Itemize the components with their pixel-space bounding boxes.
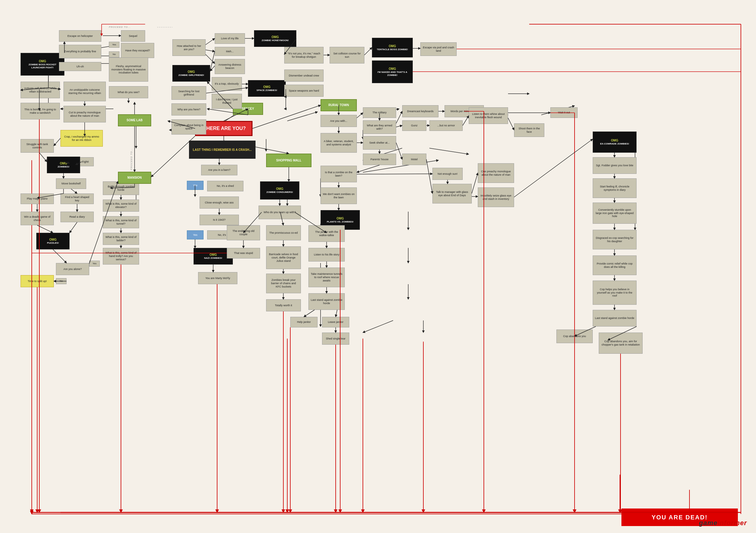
wait-it-out: Wait it out	[550, 107, 578, 118]
last-stand-janitor: Last stand against zombie horde	[309, 293, 345, 310]
answering-distress: Answering distress beacon	[215, 59, 245, 74]
logo: gameinformer	[699, 519, 747, 527]
cop-abandons: Cop abandons you	[556, 330, 593, 343]
provide-comic: Provide comic relief while cop does all …	[593, 255, 636, 275]
its-a-trap: It's a trap, obviously	[212, 77, 242, 91]
guns: Gunz	[402, 120, 426, 131]
its-not-you: "It's not you, it's me," reach for break…	[284, 47, 324, 64]
omg-honeymoon: OMG ZOMBIE HONEYMOON!	[254, 30, 296, 47]
dismember-undead: Dismember undead crew	[284, 69, 324, 82]
cut-to-preachy: Cut to preachy monologue about the natur…	[64, 106, 106, 122]
love-of-life: Love of my life	[215, 33, 245, 44]
svg-line-142	[71, 189, 77, 194]
svg-line-54	[206, 39, 215, 45]
we-dont-want: We don't want zombies on the lawn	[321, 187, 357, 204]
is-zombie-lawn: Is that a zombie on the lawn?	[321, 166, 357, 182]
svg-line-72	[357, 113, 363, 118]
no-shed: No, it's a shed	[207, 181, 243, 191]
svg-line-97	[514, 139, 593, 197]
start-feeling-ill: Start feeling ill, chronicle symptoms in…	[593, 178, 636, 198]
play-magic-piano: Play magic piano	[20, 194, 54, 204]
svg-line-164	[151, 136, 195, 177]
what-ladder: What is this, some kind of ladder?	[103, 233, 139, 245]
svg-line-89	[357, 165, 380, 172]
cop-helps: Cop helps you believe in yourself as you…	[593, 280, 636, 305]
svg-line-58	[210, 51, 215, 71]
what-armed: What are they armed with?	[363, 120, 396, 134]
take-maintenance: Take maintenence tunnels to roof where r…	[309, 268, 345, 287]
who-team-up: Who do you team up with?	[258, 205, 301, 219]
svg-line-56	[206, 54, 215, 64]
last-stand-zombie2: Last stand against zombie horde	[593, 310, 636, 327]
you-are-marty: You are Marty McFly	[198, 272, 237, 284]
disgraced-excop: Disgraced ex-cop searching for his daugh…	[593, 230, 636, 250]
close-enough: Close enough, wise ass	[200, 197, 239, 209]
complain-space: Complain about being in space	[172, 120, 206, 135]
no1: No	[109, 51, 120, 57]
unskippable-cutscene: An unskippable cutscene starring the rec…	[64, 82, 106, 101]
shed-single-tear: Shed single tear	[322, 333, 349, 345]
conveniently-stumble: Conveniently stumble upon large iron gat…	[593, 202, 636, 224]
everything-fine: Everything is probably fine	[59, 45, 101, 58]
svg-line-74	[396, 111, 402, 123]
omg-space-zombies: OMG SPACE ZOMBIES!	[248, 80, 286, 97]
yes-alone: Yes	[89, 261, 100, 267]
fleshy-monsters: Fleshy, asymmetrical monsters floating i…	[109, 57, 148, 82]
win-chess: Win a deadly game of chess	[20, 212, 54, 225]
yes1: Yes	[109, 42, 120, 48]
svg-line-114	[336, 310, 337, 317]
are-you-alone: Are you alone?	[56, 263, 89, 275]
but-no-armor: ...but no armor	[429, 120, 463, 131]
yes-barn: Yes	[187, 181, 203, 190]
svg-line-79	[508, 118, 514, 130]
move-bookshelf: Move bookshelf	[56, 178, 86, 189]
yes-1943: Yes	[187, 230, 203, 239]
sequel: Sequel	[121, 30, 145, 42]
svg-line-15	[287, 112, 317, 121]
set-collision: Set collision course for sun	[330, 47, 364, 64]
time-to-split: Time to split up!	[20, 275, 54, 287]
omg-consumers: OMG ZOMBIE CONSUMERS!	[260, 181, 299, 200]
omg-puzzles: OMG PUZZLES!	[36, 233, 69, 250]
leave-janitor: Leave janitor	[322, 317, 349, 328]
dreamcast: Dreamcast keyboards	[402, 105, 439, 117]
why-are-you: Why are you here?	[172, 103, 206, 116]
is-it-1943: Is it 1943?	[200, 215, 239, 225]
what-do-you-see: What do you see?	[109, 86, 148, 98]
barricade-selves: Barricade selves in food court, defile O…	[266, 246, 301, 269]
listen-life-story: Listen to his life story	[309, 248, 345, 261]
some-lab: SOME LAB	[118, 114, 151, 126]
i-dont-know: I don't know, I just thawed	[212, 94, 242, 109]
no-alone: No	[56, 278, 67, 284]
that-was-stupid: That was stupid	[227, 248, 260, 258]
omg-naked: OMG I'M NAKED AND THAT'S A ZOMBIE!	[372, 61, 413, 83]
are-you-in-barn: Are you in a barn?	[201, 165, 237, 175]
help-janitor: Help janitor	[290, 317, 317, 328]
proceed-to-label-top: PROCEED TO...	[109, 26, 131, 28]
what-hand-trolly: What is this, some kind of hand trolly? …	[103, 248, 139, 265]
struggle-tank: Struggle with tank controls	[20, 139, 54, 153]
omg-girlfriend: OMG ZOMBIE GIRLFRIEND!	[172, 65, 210, 82]
cop-abandons-tank: Cop abandons you, aim for chopper's gas …	[599, 333, 643, 354]
parents-house: Parents' house	[363, 154, 396, 165]
totally-worth-it: Totally worth it	[266, 299, 301, 311]
omg-zombies: OMG ZOMBIES!	[47, 157, 80, 173]
cue-preachy-mono: Cue preachy monologue about the nature o…	[478, 163, 514, 183]
promiscuous-coed: The promiscuous co-ed	[266, 225, 301, 240]
svg-line-88	[396, 143, 402, 159]
svg-line-138	[39, 153, 47, 162]
mansion: MANSION	[118, 172, 151, 184]
omg-zombie-boss: OMG ZOMBIE BOSS ROCKET LAUNCHER FIGHT!	[20, 53, 65, 76]
space-weapons-hard: Space weapons are hard	[284, 85, 324, 97]
meh: Meh...	[215, 47, 245, 56]
talk-manager: Talk to manager with glass eye about End…	[432, 184, 472, 203]
activate-self-destruct: Activate self-destruct while villain is …	[20, 82, 60, 98]
flowchart-page: PROCEED TO... PROCEED TO... OMG ZOMBIE B…	[0, 0, 756, 533]
how-attached: How attached to her are you?	[172, 39, 206, 56]
omg-excomrade: OMG EX-COMRADE ZOMBIES!	[593, 131, 636, 153]
escape-pod: Escape via pod and crash land	[420, 42, 457, 56]
svg-line-145	[37, 225, 53, 233]
rural-town: RURAL TOWN	[321, 99, 357, 111]
impolitely-seize: Impolitely seize glass eye and stash in …	[478, 187, 514, 207]
shoot-face: Shoot them in the face	[514, 123, 544, 137]
